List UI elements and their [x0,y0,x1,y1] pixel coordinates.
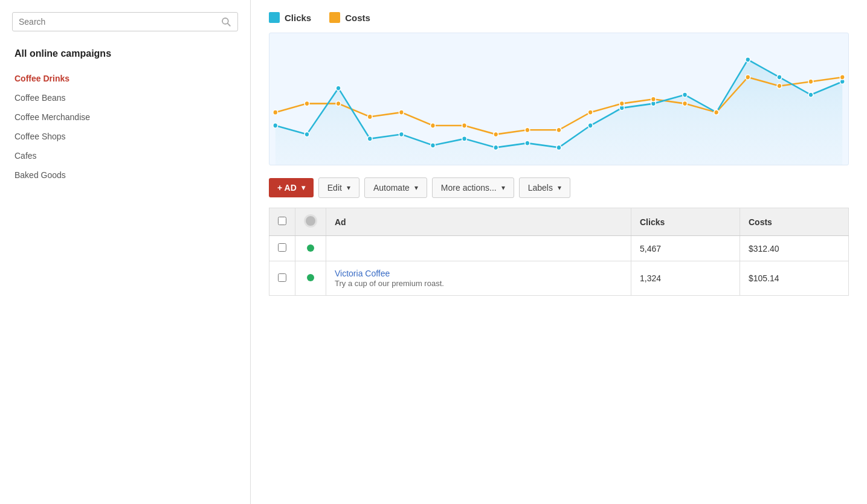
table-header-row: Ad Clicks Costs [269,208,849,236]
sidebar-title: All online campaigns [12,48,238,59]
legend-costs-label: Costs [345,13,370,23]
svg-point-17 [746,57,750,62]
svg-point-26 [431,123,436,128]
legend-costs-color [329,12,340,23]
chart-legend: Clicks Costs [269,12,849,23]
search-input[interactable] [19,17,221,27]
row2-status-dot [307,274,314,281]
svg-point-21 [273,110,278,115]
sidebar-item-coffee-shops[interactable]: Coffee Shops [12,127,238,146]
svg-point-5 [367,136,372,141]
row2-costs: $105.14 [740,261,849,296]
svg-point-32 [619,101,624,106]
search-icon [221,16,231,27]
add-ad-button[interactable]: + AD [269,178,314,197]
svg-point-22 [305,101,309,106]
chart-svg [269,39,848,165]
svg-point-34 [683,101,688,106]
svg-point-36 [746,75,750,80]
search-box[interactable] [12,12,238,31]
svg-point-18 [777,75,782,80]
row2-ad-description: Try a cup of our premium roast. [335,279,444,288]
line-chart [269,33,849,165]
svg-point-27 [462,123,467,128]
svg-line-1 [228,24,230,26]
header-clicks: Clicks [631,208,740,236]
sidebar-item-baked-goods[interactable]: Baked Goods [12,165,238,185]
main-content: Clicks Costs + AD Edit Automate More act… [251,0,867,504]
row2-checkbox[interactable] [278,273,286,282]
row2-ad-cell: Victoria Coffee Try a cup of our premium… [326,261,631,296]
svg-point-2 [273,123,278,128]
row1-status-cell [295,236,326,261]
ads-table: Ad Clicks Costs 5,467 $312.40 [269,208,849,296]
row2-status-cell [295,261,326,296]
svg-point-33 [651,97,656,101]
sidebar-item-cafes[interactable]: Cafes [12,146,238,165]
sidebar-item-coffee-drinks[interactable]: Coffee Drinks [12,69,238,88]
svg-point-11 [556,145,561,150]
svg-point-35 [714,110,719,115]
row1-ad-cell [326,236,631,261]
header-checkbox-cell[interactable] [269,208,295,236]
legend-clicks-color [269,12,280,23]
row2-clicks: 1,324 [631,261,740,296]
svg-point-24 [367,114,372,119]
svg-point-4 [336,86,341,91]
svg-point-3 [305,132,309,136]
svg-point-9 [494,145,498,150]
svg-point-38 [808,79,813,84]
row1-checkbox-cell[interactable] [269,236,295,261]
legend-clicks: Clicks [269,12,311,23]
svg-point-39 [840,75,845,80]
toolbar: + AD Edit Automate More actions... Label… [269,177,849,198]
row1-status-dot [307,244,314,252]
svg-point-19 [808,92,813,97]
table-row: 5,467 $312.40 [269,236,849,261]
sidebar-item-coffee-beans[interactable]: Coffee Beans [12,88,238,107]
svg-point-23 [336,101,341,106]
row1-checkbox[interactable] [278,243,286,252]
edit-button[interactable]: Edit [318,177,359,198]
svg-point-30 [556,127,561,132]
row1-costs: $312.40 [740,236,849,261]
header-status-icon [304,214,317,228]
svg-point-37 [777,83,782,88]
svg-point-12 [588,123,593,128]
header-status-cell [295,208,326,236]
sidebar: All online campaigns Coffee Drinks Coffe… [0,0,251,504]
sidebar-item-coffee-merchandise[interactable]: Coffee Merchandise [12,107,238,127]
svg-point-6 [399,132,404,136]
svg-point-15 [683,92,688,97]
header-costs: Costs [740,208,849,236]
svg-point-7 [431,143,436,148]
more-actions-button[interactable]: More actions... [432,177,514,198]
svg-point-25 [399,110,404,115]
legend-costs: Costs [329,12,370,23]
row1-clicks: 5,467 [631,236,740,261]
automate-button[interactable]: Automate [364,177,427,198]
row2-ad-name-link[interactable]: Victoria Coffee [335,269,390,278]
table-row: Victoria Coffee Try a cup of our premium… [269,261,849,296]
svg-point-31 [588,110,593,115]
header-ad: Ad [326,208,631,236]
svg-point-29 [525,127,530,132]
legend-clicks-label: Clicks [285,13,311,23]
row2-checkbox-cell[interactable] [269,261,295,296]
svg-point-10 [525,141,530,145]
labels-button[interactable]: Labels [519,177,570,198]
header-checkbox[interactable] [278,217,286,225]
svg-point-28 [494,132,498,136]
svg-point-8 [462,136,467,141]
